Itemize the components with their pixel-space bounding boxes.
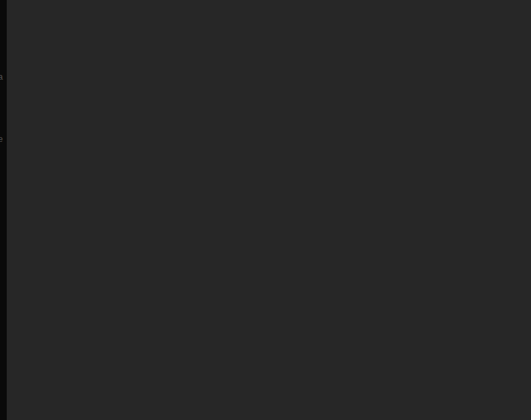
occluded-sidebar-strip: a e (0, 0, 7, 420)
sidebar-text-fragment: e (0, 134, 3, 144)
user-edit-form: a e Identification Full Name * ? ✕ Disab… (0, 0, 531, 420)
sidebar-text-fragment: a (0, 72, 3, 82)
form-panel (7, 0, 531, 420)
